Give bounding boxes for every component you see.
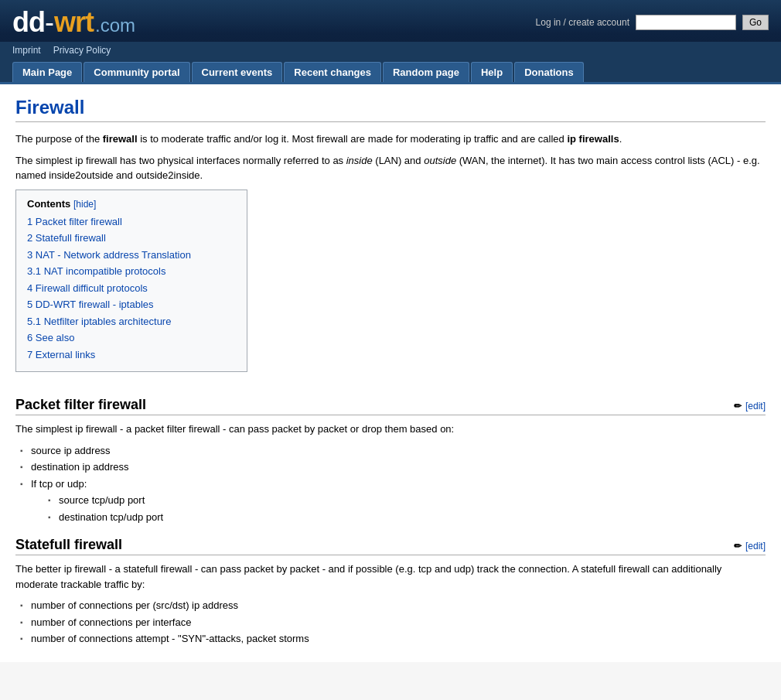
page-title: Firewall: [15, 97, 766, 122]
edit-statefull: ✏ [edit]: [734, 537, 766, 553]
hide-link[interactable]: [hide]: [73, 199, 96, 210]
toc-link-1[interactable]: 1 Packet filter firewall: [27, 216, 122, 227]
list-item: destination tcp/udp port: [59, 510, 766, 525]
logo-dot: -: [45, 6, 54, 39]
section-statefull-label: Statefull firewall: [15, 537, 122, 553]
logo-dd-text: dd: [12, 6, 45, 39]
toc-link-5[interactable]: 5 DD-WRT firewall - iptables: [27, 299, 154, 310]
packet-filter-list: source ip address destination ip address…: [15, 443, 766, 525]
statefull-intro: The better ip firewall - a statefull fir…: [15, 562, 766, 592]
nav-tab-current-events[interactable]: Current events: [192, 62, 283, 82]
list-item: destination ip address: [31, 459, 766, 475]
toc-item-7: 7 External links: [27, 347, 236, 363]
intro-paragraph-2: The simplest ip firewall has two physica…: [15, 153, 766, 183]
toc-sub-link-3-1[interactable]: 3.1 NAT incompatible protocols: [27, 265, 165, 277]
list-item: number of connections per interface: [31, 615, 766, 630]
section-packet-filter-title: Packet filter firewall ✏ [edit]: [15, 397, 766, 415]
packet-filter-intro: The simplest ip firewall - a packet filt…: [15, 422, 766, 437]
contents-header: Contents [hide]: [27, 198, 236, 210]
toc-link-2[interactable]: 2 Statefull firewall: [27, 232, 106, 244]
nav-tab-random-page[interactable]: Random page: [383, 62, 469, 82]
toc-item-2: 2 Statefull firewall: [27, 230, 236, 246]
toc-link-7[interactable]: 7 External links: [27, 349, 95, 360]
toc-item-5: 5 DD-WRT firewall - iptables5.1 Netfilte…: [27, 297, 236, 329]
site-logo[interactable]: dd-wrt.com: [12, 6, 135, 39]
toc-item-3: 3 NAT - Network address Translation3.1 N…: [27, 248, 236, 279]
toc-item-1: 1 Packet filter firewall: [27, 214, 236, 230]
top-links-bar: ImprintPrivacy Policy: [0, 42, 781, 59]
italic-inside: inside: [346, 155, 373, 166]
nav-tab-donations[interactable]: Donations: [514, 62, 584, 82]
bold-firewall: firewall: [103, 133, 138, 145]
pencil-icon: ✏: [734, 401, 742, 411]
toc-sub-item-5-1: 5.1 Netfilter iptables architecture: [27, 314, 236, 330]
logo-com-text: .com: [95, 15, 135, 36]
header-right: Log in / create account Go: [536, 15, 769, 30]
nav-tabs: Main PageCommunity portalCurrent eventsR…: [0, 59, 781, 84]
toc-link-3[interactable]: 3 NAT - Network address Translation: [27, 249, 191, 261]
list-item: number of connections per (src/dst) ip a…: [31, 598, 766, 613]
toc-item-6: 6 See also: [27, 330, 236, 346]
toc-item-4: 4 Firewall difficult protocols: [27, 281, 236, 296]
nav-tab-main-page[interactable]: Main Page: [12, 62, 82, 82]
top-link-privacy-policy[interactable]: Privacy Policy: [53, 45, 111, 56]
nav-tab-help[interactable]: Help: [471, 62, 513, 82]
edit-packet-filter: ✏ [edit]: [734, 397, 766, 413]
toc-sublist: 5.1 Netfilter iptables architecture: [27, 314, 236, 330]
list-item: number of connections attempt - "SYN"-at…: [31, 631, 766, 647]
login-link[interactable]: Log in / create account: [536, 17, 629, 28]
nav-tab-community-portal[interactable]: Community portal: [84, 62, 189, 82]
toc-link-4[interactable]: 4 Firewall difficult protocols: [27, 282, 148, 294]
logo-area: dd-wrt.com Log in / create account Go: [0, 0, 781, 42]
edit-packet-filter-link[interactable]: [edit]: [745, 401, 766, 411]
packet-filter-sublist: source tcp/udp port destination tcp/udp …: [31, 493, 766, 524]
contents-box: Contents [hide] 1 Packet filter firewall…: [15, 190, 247, 373]
pencil-icon-2: ✏: [734, 541, 742, 551]
contents-list: 1 Packet filter firewall2 Statefull fire…: [27, 214, 236, 363]
bold-ip-firewalls: ip firewalls: [567, 133, 619, 145]
section-statefull-title: Statefull firewall ✏ [edit]: [15, 537, 766, 555]
top-link-imprint[interactable]: Imprint: [12, 45, 41, 56]
toc-sub-item-3-1: 3.1 NAT incompatible protocols: [27, 264, 236, 279]
toc-sub-link-5-1[interactable]: 5.1 Netfilter iptables architecture: [27, 316, 171, 327]
toc-sublist: 3.1 NAT incompatible protocols: [27, 264, 236, 279]
site-header: dd-wrt.com Log in / create account Go Im…: [0, 0, 781, 84]
list-item: If tcp or udp: source tcp/udp port desti…: [31, 476, 766, 525]
edit-statefull-link[interactable]: [edit]: [745, 541, 766, 551]
statefull-list: number of connections per (src/dst) ip a…: [15, 598, 766, 647]
list-item: source tcp/udp port: [59, 493, 766, 508]
logo-wrt-text: wrt: [54, 6, 94, 39]
search-input[interactable]: [636, 15, 736, 30]
nav-tab-recent-changes[interactable]: Recent changes: [284, 62, 381, 82]
go-button[interactable]: Go: [742, 15, 769, 30]
intro-paragraph-1: The purpose of the firewall is to modera…: [15, 131, 766, 147]
section-packet-filter-label: Packet filter firewall: [15, 397, 146, 413]
italic-outside: outside: [424, 155, 456, 166]
main-content: Firewall The purpose of the firewall is …: [0, 84, 781, 662]
list-item: source ip address: [31, 443, 766, 459]
toc-link-6[interactable]: 6 See also: [27, 332, 74, 343]
